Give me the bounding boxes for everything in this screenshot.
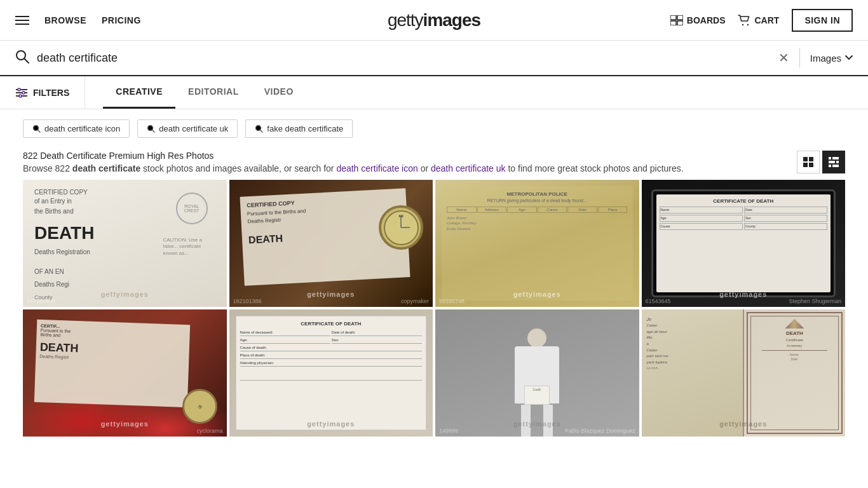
boards-button[interactable]: BOARDS <box>670 15 726 25</box>
logo[interactable]: gettyimages <box>388 10 480 30</box>
image-id-3: 61543645 <box>646 298 671 304</box>
browse-link[interactable]: BROWSE <box>44 15 86 25</box>
sign-in-button[interactable]: SIGN IN <box>792 9 853 32</box>
cart-label: CART <box>754 15 779 25</box>
grid-icon <box>803 156 814 168</box>
clear-icon[interactable]: ✕ <box>778 50 789 65</box>
suggestion-label-1: death certificate uk <box>159 124 228 133</box>
boards-icon <box>670 15 683 25</box>
suggestion-label-2: fake death certificate <box>267 124 343 133</box>
mosaic-view-button[interactable] <box>822 151 845 173</box>
svg-rect-20 <box>803 157 808 161</box>
suggestion-chip-2[interactable]: fake death certificate <box>245 119 353 138</box>
filters-label: FILTERS <box>33 88 69 98</box>
chip-search-icon-1 <box>147 125 155 133</box>
svg-rect-27 <box>836 161 839 163</box>
tab-editorial[interactable]: EDITORIAL <box>175 76 252 109</box>
hamburger-menu[interactable] <box>15 16 29 25</box>
image-grid: CERTIFIED COPY of an Entry in the Births… <box>0 175 868 437</box>
image-id-2: 56595748 <box>439 298 465 304</box>
image-cell-0[interactable]: CERTIFIED COPY of an Entry in the Births… <box>23 180 227 307</box>
header: BROWSE PRICING gettyimages BOARDS CART S… <box>0 0 868 41</box>
contributor-1: copymaker <box>401 298 429 304</box>
svg-point-11 <box>18 88 20 91</box>
svg-point-4 <box>742 24 743 25</box>
filter-icon <box>15 88 28 98</box>
search-bar: ✕ Images <box>0 41 868 76</box>
svg-line-19 <box>261 130 263 133</box>
chevron-down-icon <box>845 55 853 60</box>
logo-images: images <box>423 10 481 30</box>
results-info: 822 Death Certificate Premium High Res P… <box>0 148 868 175</box>
svg-rect-25 <box>832 157 839 159</box>
images-label: Images <box>810 53 841 64</box>
svg-rect-26 <box>829 161 835 163</box>
results-text-block: 822 Death Certificate Premium High Res P… <box>23 151 684 173</box>
tab-creative[interactable]: CREATIVE <box>103 76 175 109</box>
contributor-6: Pablo Blazquez Dominguez <box>565 428 635 434</box>
suggestions-row: death certificate icon death certificate… <box>0 109 868 148</box>
image-cell-4[interactable]: CERTIF... Pursuant to the Births and DEA… <box>23 309 227 437</box>
svg-line-15 <box>38 130 41 133</box>
svg-rect-23 <box>809 163 813 167</box>
contributor-4: cyclorama <box>196 428 222 434</box>
boards-label: BOARDS <box>687 15 726 25</box>
image-id-6: 149999 <box>439 428 458 434</box>
svg-rect-24 <box>829 157 831 159</box>
search-icon <box>15 50 29 67</box>
filters-button[interactable]: FILTERS <box>15 76 85 109</box>
image-cell-3[interactable]: CERTIFICATE OF DEATH Name: Date: Age: Se… <box>642 180 846 307</box>
search-input[interactable] <box>37 51 778 65</box>
mosaic-icon <box>828 156 839 168</box>
image-id-0: 147101986 <box>27 298 55 304</box>
header-left: BROWSE PRICING <box>15 15 141 25</box>
image-cell-7[interactable]: Je Calain age de bout fille à Calain pai… <box>642 309 846 437</box>
svg-rect-28 <box>829 165 831 167</box>
results-desc: Browse 822 death certificate stock photo… <box>23 163 684 173</box>
image-cell-1[interactable]: CERTIFIED COPY Pursuant to the Births an… <box>229 180 433 307</box>
svg-point-13 <box>19 95 22 97</box>
svg-point-5 <box>747 24 749 25</box>
suggestion-label-0: death certificate icon <box>44 124 120 133</box>
suggestion-chip-1[interactable]: death certificate uk <box>137 119 238 138</box>
svg-rect-29 <box>832 165 839 167</box>
cart-button[interactable]: CART <box>738 15 779 26</box>
svg-rect-1 <box>677 15 683 20</box>
image-cell-5[interactable]: CERTIFICATE OF DEATH Name of deceased: D… <box>229 309 433 437</box>
filters-bar: FILTERS CREATIVE EDITORIAL VIDEO <box>0 76 868 109</box>
svg-rect-21 <box>809 157 813 161</box>
logo-getty: getty <box>388 10 423 30</box>
tab-video[interactable]: VIDEO <box>252 76 306 109</box>
results-count: 822 Death Certificate Premium High Res P… <box>23 151 684 161</box>
cart-icon <box>738 15 750 26</box>
grid-view-button[interactable] <box>797 151 820 173</box>
svg-point-12 <box>22 92 25 94</box>
header-right: BOARDS CART SIGN IN <box>670 9 853 32</box>
link-death-certificate-icon[interactable]: death certificate icon <box>336 163 417 173</box>
image-cell-6[interactable]: Certif. gettyimages Pablo Blazquez Domin… <box>435 309 639 437</box>
suggestion-chip-0[interactable]: death certificate icon <box>23 119 130 138</box>
image-id-1: 182101386 <box>233 298 262 304</box>
svg-line-7 <box>25 58 29 63</box>
search-divider <box>799 48 800 67</box>
svg-rect-2 <box>670 21 676 25</box>
svg-line-17 <box>153 130 155 133</box>
link-death-certificate-uk[interactable]: death certificate uk <box>431 163 506 173</box>
svg-rect-22 <box>803 163 808 167</box>
chip-search-icon-0 <box>32 125 41 133</box>
image-cell-2[interactable]: METROPOLITAN POLICE RETURN giving partic… <box>435 180 639 307</box>
chip-search-icon-2 <box>255 125 263 133</box>
contributor-3: Stephen Shugerman <box>789 298 841 304</box>
svg-rect-3 <box>677 21 683 25</box>
svg-rect-0 <box>670 15 676 20</box>
view-toggle <box>797 151 845 173</box>
pricing-link[interactable]: PRICING <box>102 15 141 25</box>
images-dropdown[interactable]: Images <box>810 53 853 64</box>
